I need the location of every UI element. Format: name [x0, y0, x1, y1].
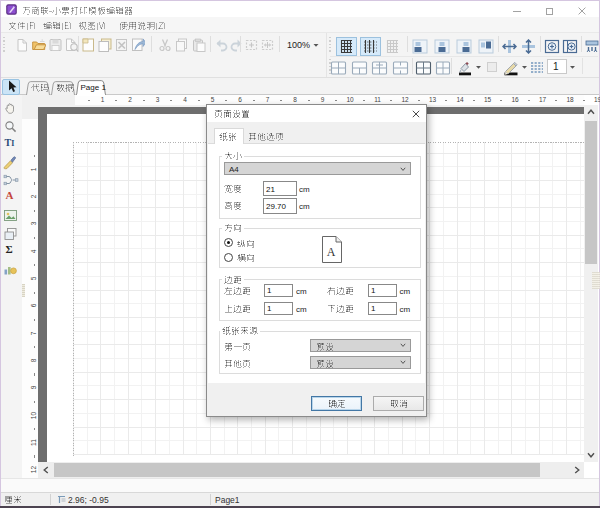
svg-text:A: A: [327, 245, 336, 259]
